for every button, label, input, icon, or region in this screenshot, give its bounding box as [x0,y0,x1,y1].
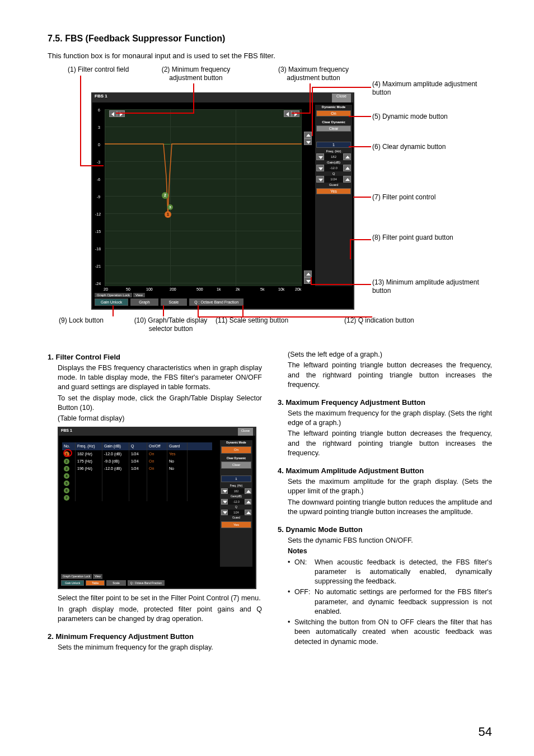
tbl-gain-label: Gain(dB) [220,494,252,499]
tbl-q-oct-button[interactable]: Q : Octave Band Fraction [128,580,165,586]
section-5-notes: Notes [288,547,492,556]
table-cell [76,487,102,494]
callout-13: (13) Minimum amplitude adjustment button [372,278,490,295]
max-freq-right-button[interactable] [292,110,299,117]
callout-11: (11) Scale setting button [216,316,288,325]
bullet-icon: • [288,587,294,617]
table-row[interactable]: 2175 (Hz)-9.0 (dB)1/24OnNo [62,458,212,465]
table-cell: On [147,450,167,458]
freq-down-button[interactable] [316,153,324,160]
bullet-icon: • [288,558,294,587]
x-tick: 200 [170,287,176,291]
fbs-diagram: (1) Filter control field (2) Minimum fre… [48,66,490,340]
row-marker: 4 [64,473,69,479]
callout-2: (2) Minimum frequency adjustment button [154,66,238,82]
min-freq-left-button[interactable] [109,110,117,117]
max-amp-down-button[interactable] [304,138,312,145]
table-row[interactable]: 4 [62,472,212,479]
tbl-dynmode-button[interactable]: On [221,446,251,453]
y-tick: 3 [98,125,100,129]
guard-label: Guard [315,183,352,187]
tbl-h-guard: Guard [167,442,188,450]
gain-label: Gain(dB) [315,160,352,165]
y-tick: -6 [97,178,100,181]
section-5-p1: Sets the dynamic FBS function ON/OFF. [288,536,492,545]
tbl-lock-section: Graph Operation Lock [61,574,92,579]
gain-down-button[interactable] [316,165,324,171]
x-tick: 1k [217,287,221,291]
x-tick: 500 [196,287,203,291]
row-marker: 7 [64,495,69,501]
tbl-clear-button[interactable]: Clear [221,461,251,468]
gain-up-button[interactable] [343,165,351,171]
tbl-freq-down[interactable] [221,488,228,494]
table-row[interactable]: 7 [62,494,212,501]
dynamic-mode-button[interactable]: On [316,110,351,116]
table-cell [147,494,167,501]
tbl-gain-up[interactable] [245,499,251,505]
fbs-table-screenshot: FBS 1 Close No. Freq. (Hz) Gain (dB) Q O… [58,427,256,589]
filter-marker-2[interactable]: 2 [162,192,168,199]
tbl-dynmode-label: Dynamic Mode [220,440,252,445]
table-row[interactable]: 3196 (Hz)-12.0 (dB)1/24OnNo [62,465,212,472]
tbl-h-freq: Freq. (Hz) [76,442,102,450]
q-down-button[interactable] [316,176,324,183]
graph-button[interactable]: Graph [130,298,158,306]
tbl-freq-up[interactable] [245,488,251,494]
max-freq-left-button[interactable] [284,110,292,117]
table-row[interactable]: 1182 (Hz)-12.0 (dB)1/24OnYes [62,450,212,458]
clear-dynamic-button[interactable]: Clear [316,125,351,132]
scale-button[interactable]: Scale [161,298,188,306]
q-up-button[interactable] [343,176,351,183]
table-cell [167,487,188,494]
section-1-p1: Displays the FBS frequency characteristi… [58,363,262,393]
callout-5: (5) Dynamic mode button [372,113,490,121]
y-tick: -3 [97,160,100,164]
fbs-graph-screenshot: FBS 1 Close [91,92,354,310]
tbl-gain-unlock[interactable]: Gain Unlock [61,580,84,586]
gain-value: -12.0 [324,165,343,171]
section-4-p1: Sets the maximum amplitude for the graph… [288,477,492,497]
gain-unlock-button[interactable]: Gain Unlock [95,298,128,306]
section-1-p2: To set the display mode, click the Graph… [58,394,262,413]
tbl-h-gain: Gain (dB) [102,442,129,450]
tbl-guard-button[interactable]: Yes [221,521,251,528]
table-window-title: FBS 1 [61,428,72,436]
filter-marker-1[interactable]: 1 [165,211,171,218]
table-cell [147,472,167,479]
table-close-button[interactable]: Close [238,428,253,436]
section-3-title: 3. Maximum Frequency Adjustment Button [278,398,492,408]
callout-7: (7) Filter point control [372,193,490,202]
notes-switch-text: Switching the button from ON to OFF clea… [294,618,492,647]
freq-up-button[interactable] [343,153,351,160]
table-cell [102,494,129,501]
max-amp-up-button[interactable] [304,132,312,138]
section-1-p5: In graph display mode, protected filter … [58,605,262,624]
y-tick: -18 [95,247,101,251]
table-cell [129,494,147,501]
guard-button[interactable]: Yes [316,188,351,194]
callout-6: (6) Clear dynamic button [372,143,490,151]
page-number: 54 [479,725,492,739]
table-cell [102,479,129,487]
tbl-scale-button[interactable]: Scale [106,580,126,586]
tbl-view-section: View [93,574,102,579]
tbl-cleardy-label: Clear Dynamic [220,456,252,461]
filter-marker-3[interactable]: 3 [167,204,173,210]
x-tick: 20 [104,287,108,291]
table-cell [167,479,188,487]
intro-text: This function box is for monaural input … [48,52,492,60]
min-freq-right-button[interactable] [117,110,125,117]
tbl-q-down[interactable] [221,510,228,515]
q-label: Q [315,171,352,176]
close-button[interactable]: Close [332,94,351,102]
tbl-gain-down[interactable] [221,499,228,505]
table-row[interactable]: 5 [62,479,212,487]
tbl-table-button[interactable]: Table [86,580,105,586]
section-5-title: 5. Dynamic Mode Button [278,525,492,535]
tbl-q-up[interactable] [245,510,251,515]
left-column: 1. Filter Control Field Displays the FBS… [48,350,262,654]
min-amp-up-button[interactable] [304,270,312,277]
table-row[interactable]: 6 [62,487,212,494]
table-cell: Yes [167,450,188,458]
